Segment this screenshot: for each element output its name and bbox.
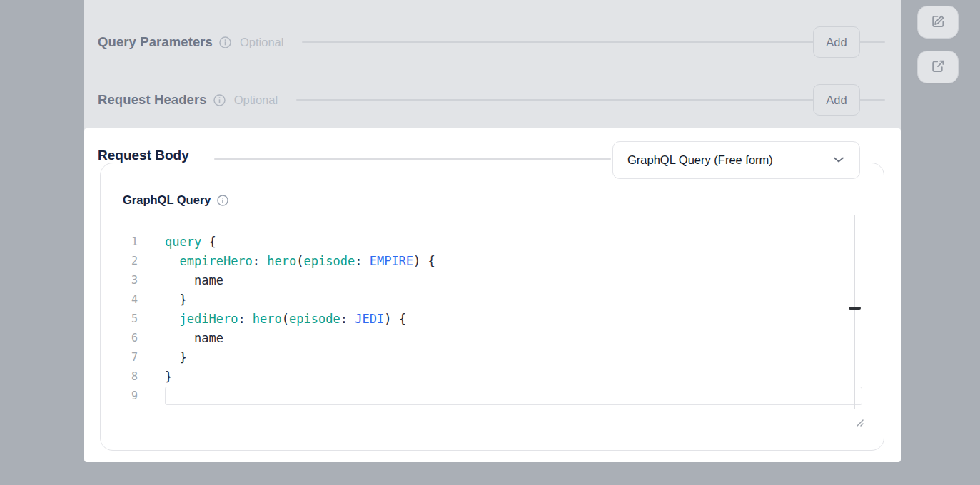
add-request-header-button[interactable]: Add bbox=[813, 84, 860, 116]
code-text: name bbox=[165, 273, 223, 287]
line-number: 2 bbox=[111, 255, 138, 267]
divider-rule bbox=[214, 158, 611, 160]
open-external-button[interactable] bbox=[917, 51, 959, 83]
line-number: 3 bbox=[111, 274, 138, 287]
code-text: empireHero: hero(episode: EMPIRE) { bbox=[165, 254, 435, 268]
edit-node-button[interactable] bbox=[917, 6, 959, 39]
code-text: } bbox=[165, 292, 187, 307]
active-input-line bbox=[165, 387, 862, 405]
code-line: 6 name bbox=[111, 328, 862, 347]
line-number: 4 bbox=[111, 293, 138, 306]
optional-label: Optional bbox=[234, 93, 278, 107]
code-line: 5 jediHero: hero(episode: JEDI) { bbox=[111, 309, 862, 328]
graphql-query-label: GraphQL Query bbox=[123, 193, 211, 207]
line-number: 9 bbox=[111, 389, 138, 402]
request-headers-title: Request Headers bbox=[98, 92, 207, 108]
code-text: name bbox=[165, 331, 223, 345]
section-query-parameters: Query Parameters Optional Add bbox=[98, 26, 901, 58]
request-body-section: Request Body GraphQL Query (Free form) G… bbox=[84, 128, 901, 462]
page: Query Parameters Optional Add Request He… bbox=[0, 0, 980, 485]
divider-rule bbox=[302, 41, 885, 43]
chevron-down-icon bbox=[832, 154, 845, 167]
code-line: 3 name bbox=[111, 270, 862, 290]
code-line: 2 empireHero: hero(episode: EMPIRE) { bbox=[111, 251, 862, 270]
code-line: 8} bbox=[111, 367, 862, 386]
edit-icon bbox=[931, 14, 946, 31]
info-icon bbox=[219, 36, 231, 48]
body-type-selected-value: GraphQL Query (Free form) bbox=[627, 153, 825, 167]
code-line: 9 bbox=[111, 386, 862, 405]
code-lines: 1query {2 empireHero: hero(episode: EMPI… bbox=[111, 232, 862, 405]
code-line: 7 } bbox=[111, 347, 862, 367]
graphql-query-label-row: GraphQL Query bbox=[123, 193, 228, 207]
info-icon bbox=[217, 195, 228, 206]
query-parameters-title: Query Parameters bbox=[98, 34, 213, 50]
editor-resize-handle[interactable] bbox=[854, 417, 864, 427]
code-line: 4 } bbox=[111, 290, 862, 309]
line-number: 5 bbox=[111, 312, 138, 325]
section-request-headers: Request Headers Optional Add bbox=[98, 84, 901, 116]
code-text: } bbox=[165, 369, 172, 384]
body-type-select[interactable]: GraphQL Query (Free form) bbox=[612, 141, 860, 179]
editor-scrollbar-thumb[interactable] bbox=[849, 307, 861, 310]
request-body-title: Request Body bbox=[98, 148, 189, 163]
line-number: 1 bbox=[111, 235, 138, 248]
add-query-parameter-button[interactable]: Add bbox=[813, 26, 860, 58]
line-number: 7 bbox=[111, 351, 138, 364]
line-number: 6 bbox=[111, 332, 138, 344]
graphql-query-container: GraphQL Query 1query {2 empireHero: hero… bbox=[100, 163, 884, 451]
optional-label: Optional bbox=[240, 36, 283, 49]
graphql-code-editor[interactable]: 1query {2 empireHero: hero(episode: EMPI… bbox=[111, 232, 862, 405]
editor-scrollbar-track bbox=[854, 215, 855, 409]
code-text: query { bbox=[165, 235, 216, 249]
divider-rule bbox=[296, 99, 885, 101]
external-link-icon bbox=[931, 58, 946, 76]
code-text: } bbox=[165, 350, 187, 364]
line-number: 8 bbox=[111, 370, 138, 383]
code-line: 1query { bbox=[111, 232, 862, 251]
code-text: jediHero: hero(episode: JEDI) { bbox=[165, 312, 406, 326]
info-icon bbox=[213, 94, 226, 106]
